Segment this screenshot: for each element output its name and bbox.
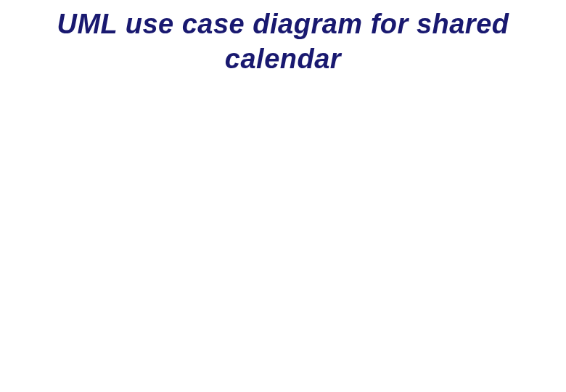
slide-title: UML use case diagram for shared calendar bbox=[0, 7, 566, 76]
